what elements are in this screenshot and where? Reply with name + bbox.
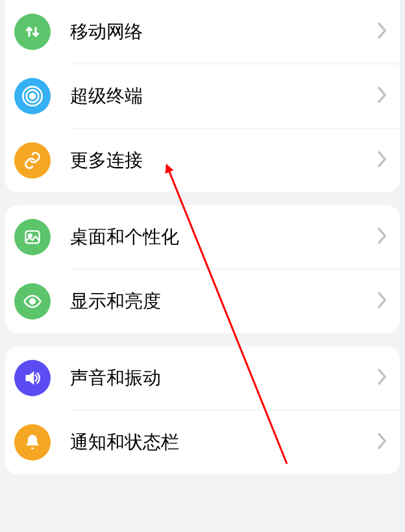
settings-row-label: 超级终端 bbox=[70, 84, 376, 108]
settings-row-mobile-network[interactable]: 移动网络 bbox=[5, 0, 400, 64]
svg-point-5 bbox=[30, 299, 35, 304]
settings-group: 桌面和个性化显示和亮度 bbox=[5, 205, 400, 333]
chevron-right-icon bbox=[376, 368, 387, 388]
chevron-right-icon bbox=[376, 21, 387, 42]
settings-row-label: 桌面和个性化 bbox=[70, 225, 376, 249]
chevron-right-icon bbox=[376, 291, 387, 312]
link-icon bbox=[14, 142, 51, 179]
svg-point-0 bbox=[30, 94, 35, 99]
settings-row-label: 移动网络 bbox=[70, 19, 376, 44]
svg-rect-3 bbox=[26, 231, 40, 244]
settings-row-label: 声音和振动 bbox=[70, 366, 376, 390]
settings-row-sound-vibration[interactable]: 声音和振动 bbox=[5, 346, 400, 410]
sound-icon bbox=[14, 360, 51, 396]
svg-point-4 bbox=[29, 234, 32, 237]
settings-row-notification-statusbar[interactable]: 通知和状态栏 bbox=[5, 411, 400, 474]
settings-row-more-connections[interactable]: 更多连接 bbox=[5, 129, 400, 192]
settings-row-super-terminal[interactable]: 超级终端 bbox=[5, 64, 400, 128]
settings-row-label: 更多连接 bbox=[70, 148, 376, 173]
chevron-right-icon bbox=[376, 86, 387, 107]
arrows-updown-icon bbox=[14, 14, 51, 50]
chevron-right-icon bbox=[376, 227, 387, 247]
bell-icon bbox=[14, 424, 51, 461]
settings-group: 移动网络超级终端更多连接 bbox=[5, 0, 400, 192]
settings-group: 声音和振动通知和状态栏 bbox=[5, 346, 400, 474]
chevron-right-icon bbox=[376, 432, 387, 453]
chevron-right-icon bbox=[376, 150, 387, 171]
concentric-icon bbox=[14, 78, 51, 114]
settings-row-label: 显示和亮度 bbox=[70, 289, 376, 314]
picture-icon bbox=[14, 219, 51, 255]
settings-row-display-brightness[interactable]: 显示和亮度 bbox=[5, 270, 400, 333]
settings-row-label: 通知和状态栏 bbox=[70, 430, 376, 455]
eye-icon bbox=[14, 283, 51, 320]
settings-row-desktop-personalization[interactable]: 桌面和个性化 bbox=[5, 205, 400, 269]
